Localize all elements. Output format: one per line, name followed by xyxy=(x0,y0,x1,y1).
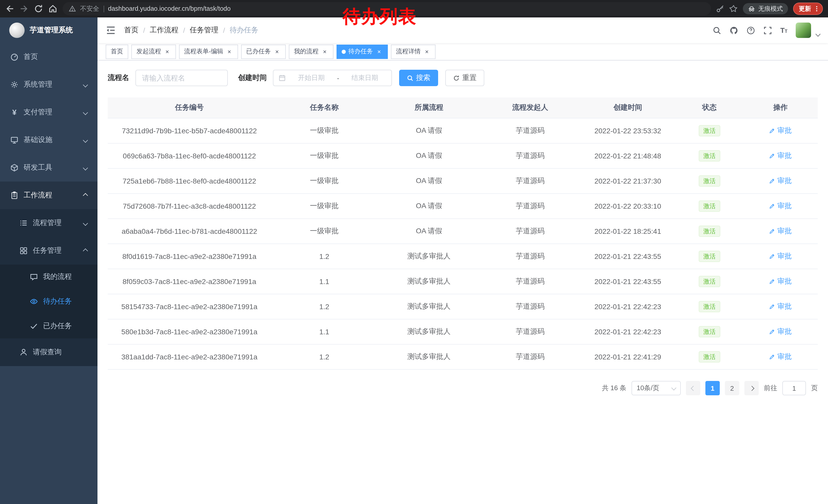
incognito-label: 无痕模式 xyxy=(758,4,783,13)
approve-link[interactable]: 审批 xyxy=(769,227,792,236)
approve-link[interactable]: 审批 xyxy=(769,302,792,311)
breadcrumb-home[interactable]: 首页 xyxy=(124,26,138,35)
tab-process-detail[interactable]: 流程详情 × xyxy=(391,44,436,59)
sidebar-item-workflow[interactable]: 工作流程 xyxy=(0,182,97,209)
update-label: 更新 xyxy=(799,4,811,13)
app-logo[interactable]: 芋道管理系统 xyxy=(0,17,97,43)
end-date-placeholder[interactable]: 结束日期 xyxy=(343,73,386,83)
tab-close-icon[interactable]: × xyxy=(164,48,171,55)
sidebar-item-infrastructure[interactable]: 基础设施 xyxy=(0,126,97,154)
workflow-icon xyxy=(10,191,18,199)
tab-close-icon[interactable]: × xyxy=(226,48,233,55)
user-avatar[interactable] xyxy=(796,22,811,38)
chevron-down-icon xyxy=(83,82,88,87)
key-icon[interactable] xyxy=(716,5,724,13)
edit-icon xyxy=(769,178,776,184)
url-text[interactable]: dashboard.yudao.iocoder.cn/bpm/task/todo xyxy=(108,5,231,12)
page-size-select[interactable]: 10条/页 xyxy=(631,381,681,395)
home-icon[interactable] xyxy=(48,4,57,13)
approve-link[interactable]: 审批 xyxy=(769,252,792,261)
chevron-down-icon xyxy=(83,221,88,226)
avatar-caret-down-icon[interactable] xyxy=(816,31,821,36)
reset-button[interactable]: 重置 xyxy=(445,70,484,86)
tab-todo-tasks[interactable]: 待办任务 × xyxy=(336,44,388,59)
approve-link[interactable]: 审批 xyxy=(769,277,792,286)
approve-link[interactable]: 审批 xyxy=(769,151,792,161)
calendar-icon xyxy=(279,74,286,82)
next-page-button[interactable] xyxy=(744,381,759,395)
refresh-icon xyxy=(453,75,460,81)
search-button[interactable]: 搜索 xyxy=(399,70,438,86)
create-time-label: 创建时间 xyxy=(238,73,267,83)
annotation-title: 待办列表 xyxy=(343,5,417,29)
search-icon[interactable] xyxy=(713,26,721,35)
date-range-picker[interactable]: 开始日期 - 结束日期 xyxy=(273,70,392,86)
pagination-total: 共 16 条 xyxy=(602,383,626,393)
sidebar-item-leave-query[interactable]: 请假查询 xyxy=(0,338,97,366)
edit-icon xyxy=(769,203,776,209)
breadcrumb-task-management[interactable]: 任务管理 xyxy=(190,26,218,35)
status-badge: 激活 xyxy=(699,276,720,287)
sidebar-item-payment[interactable]: ¥ 支付管理 xyxy=(0,98,97,126)
approve-link[interactable]: 审批 xyxy=(769,352,792,362)
table-header-row: 任务编号 任务名称 所属流程 流程发起人 创建时间 状态 操作 xyxy=(108,97,818,118)
tab-close-icon[interactable]: × xyxy=(423,48,430,55)
tab-close-icon[interactable]: × xyxy=(321,48,328,55)
col-actions: 操作 xyxy=(743,97,818,118)
approve-link[interactable]: 审批 xyxy=(769,201,792,211)
tab-start-process[interactable]: 发起流程 × xyxy=(131,44,176,59)
start-date-placeholder[interactable]: 开始日期 xyxy=(290,73,333,83)
tab-done-tasks[interactable]: 已办任务 × xyxy=(241,44,286,59)
check-icon xyxy=(30,322,38,330)
sidebar-item-devtools[interactable]: 研发工具 xyxy=(0,154,97,182)
todo-task-table: 任务编号 任务名称 所属流程 流程发起人 创建时间 状态 操作 73211d9d… xyxy=(108,97,818,370)
sidebar-item-my-process[interactable]: 我的流程 xyxy=(0,265,97,289)
approve-link[interactable]: 审批 xyxy=(769,126,792,135)
security-label[interactable]: 不安全 xyxy=(80,4,99,13)
process-name-label: 流程名 xyxy=(108,73,129,83)
table-row: a6aba0a4-7b6d-11ec-b781-acde48001122 一级审… xyxy=(108,219,818,244)
approve-link[interactable]: 审批 xyxy=(769,327,792,336)
sidebar-item-home[interactable]: 首页 xyxy=(0,43,97,71)
approve-link[interactable]: 审批 xyxy=(769,176,792,186)
fullscreen-icon[interactable] xyxy=(763,26,772,35)
process-name-input[interactable] xyxy=(135,70,228,86)
goto-page-input[interactable] xyxy=(782,381,806,395)
tab-process-form-edit[interactable]: 流程表单-编辑 × xyxy=(179,44,238,59)
collapse-sidebar-icon[interactable] xyxy=(106,25,116,35)
help-icon[interactable] xyxy=(746,26,755,35)
tab-close-icon[interactable]: × xyxy=(376,48,383,55)
edit-icon xyxy=(769,228,776,234)
main-column: 首页 / 工作流程 / 任务管理 / 待办任务 xyxy=(97,17,828,504)
goto-label: 前往 xyxy=(764,383,777,393)
sidebar-item-system[interactable]: 系统管理 xyxy=(0,71,97,98)
forward-icon[interactable] xyxy=(19,4,29,13)
prev-page-button[interactable] xyxy=(686,381,700,395)
more-vert-icon[interactable] xyxy=(813,5,820,12)
back-icon[interactable] xyxy=(5,4,14,13)
tags-view-bar: 首页 发起流程 × 流程表单-编辑 × 已办任务 × 我的流程 × xyxy=(97,43,828,60)
sidebar-item-todo-tasks[interactable]: 待办任务 xyxy=(0,289,97,314)
page-button-2[interactable]: 2 xyxy=(725,381,739,395)
warning-icon xyxy=(69,5,76,12)
edit-icon xyxy=(769,278,776,284)
breadcrumb: 首页 / 工作流程 / 任务管理 / 待办任务 xyxy=(124,26,258,35)
breadcrumb-workflow[interactable]: 工作流程 xyxy=(150,26,178,35)
sidebar-item-process-management[interactable]: 流程管理 xyxy=(0,209,97,237)
font-size-icon[interactable]: TT xyxy=(780,27,787,34)
tab-home[interactable]: 首页 xyxy=(106,44,128,59)
github-icon[interactable] xyxy=(730,26,738,35)
edit-icon xyxy=(769,253,776,260)
sidebar-item-done-tasks[interactable]: 已办任务 xyxy=(0,314,97,338)
status-badge: 激活 xyxy=(699,301,720,312)
page-button-1[interactable]: 1 xyxy=(705,381,720,395)
dashboard-icon xyxy=(10,53,18,61)
reload-icon[interactable] xyxy=(34,4,43,13)
task-submenu: 我的流程 待办任务 已办任务 xyxy=(0,265,97,338)
tab-my-process[interactable]: 我的流程 × xyxy=(289,44,333,59)
table-row: 73211d9d-7b9b-11ec-b5b7-acde48001122 一级审… xyxy=(108,118,818,143)
update-button[interactable]: 更新 xyxy=(793,3,823,15)
tab-close-icon[interactable]: × xyxy=(274,48,281,55)
sidebar-item-task-management[interactable]: 任务管理 xyxy=(0,237,97,265)
star-icon[interactable] xyxy=(730,5,738,13)
